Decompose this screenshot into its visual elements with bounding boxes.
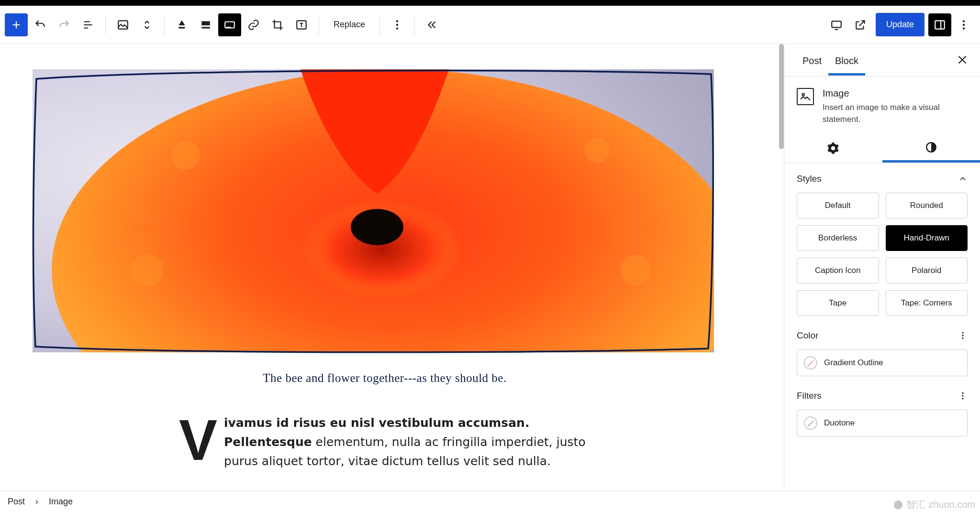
- add-block-button[interactable]: [5, 13, 28, 36]
- style-option-tape[interactable]: Tape: [797, 290, 879, 316]
- align-button[interactable]: [170, 13, 193, 36]
- watermark-domain: zhuon.com: [928, 499, 975, 510]
- list-view-icon: [82, 19, 94, 31]
- close-icon: [956, 54, 969, 66]
- style-option-rounded[interactable]: Rounded: [886, 193, 968, 218]
- svg-point-11: [396, 27, 398, 29]
- chevrons-left-icon: [426, 19, 438, 31]
- style-option-tape-corners[interactable]: Tape: Corners: [886, 290, 968, 316]
- crop-icon: [271, 19, 284, 31]
- update-button[interactable]: Update: [876, 13, 924, 36]
- kebab-icon: [391, 19, 403, 31]
- sidebar-toggle-button[interactable]: [928, 13, 951, 36]
- kebab-icon[interactable]: [958, 331, 968, 340]
- aspect-ratio-button[interactable]: [218, 13, 241, 36]
- image-caption[interactable]: The bee and flower together---as they sh…: [29, 371, 741, 385]
- plus-icon: [10, 19, 22, 31]
- settings-sidebar: Post Block Image Insert an image to make…: [784, 44, 980, 491]
- align-caption-icon: [176, 19, 188, 31]
- window-black-bar: [0, 0, 980, 6]
- kebab-icon: [958, 19, 970, 31]
- gradient-outline-label: Gradient Outline: [824, 358, 883, 368]
- separator: [414, 15, 415, 34]
- svg-point-15: [963, 23, 965, 25]
- link-icon: [247, 19, 260, 31]
- svg-rect-3: [201, 27, 210, 28]
- caption-position-button[interactable]: [194, 13, 217, 36]
- svg-point-9: [396, 20, 398, 22]
- svg-rect-12: [832, 21, 841, 27]
- replace-label: Replace: [334, 20, 365, 30]
- svg-point-7: [230, 27, 230, 27]
- separator: [319, 15, 319, 34]
- panel-icon: [934, 19, 946, 31]
- svg-point-31: [962, 398, 963, 399]
- redo-button[interactable]: [53, 13, 76, 36]
- update-label: Update: [886, 20, 914, 29]
- caption-below-icon: [200, 19, 212, 31]
- redo-icon: [58, 19, 70, 31]
- view-desktop-button[interactable]: [825, 13, 848, 36]
- image-icon: [799, 90, 812, 103]
- duotone-label: Duotone: [824, 418, 855, 428]
- styles-heading: Styles: [797, 174, 822, 184]
- settings-subtab[interactable]: [784, 134, 882, 163]
- svg-point-27: [962, 335, 963, 337]
- gradient-outline-row[interactable]: Gradient Outline: [797, 349, 968, 376]
- chevrons-updown-icon: [141, 19, 153, 31]
- kebab-icon[interactable]: [958, 391, 968, 401]
- text-overlay-button[interactable]: [290, 13, 313, 36]
- svg-point-24: [802, 94, 804, 96]
- style-option-hand-drawn[interactable]: Hand-Drawn: [886, 225, 968, 251]
- separator: [164, 15, 165, 34]
- breadcrumb: Post Image 智汇 zhuon.com: [0, 491, 980, 512]
- collapse-toolbar-button[interactable]: [421, 13, 444, 36]
- filters-panel: Filters Duotone: [784, 380, 980, 440]
- paragraph-block[interactable]: V ivamus id risus eu nisl vestibulum acc…: [179, 414, 590, 471]
- styles-panel: Styles DefaultRoundedBorderlessHand-Draw…: [784, 163, 980, 320]
- link-button[interactable]: [242, 13, 265, 36]
- svg-point-28: [962, 338, 963, 339]
- editor-canvas[interactable]: The bee and flower together---as they sh…: [0, 44, 784, 491]
- replace-button[interactable]: Replace: [325, 13, 374, 36]
- document-overview-button[interactable]: [77, 13, 100, 36]
- svg-point-6: [228, 27, 229, 27]
- svg-rect-13: [935, 21, 945, 29]
- image-block-type-button[interactable]: [111, 13, 134, 36]
- tab-post[interactable]: Post: [796, 47, 828, 75]
- close-sidebar-button[interactable]: [948, 46, 976, 76]
- scrollbar[interactable]: [779, 44, 784, 149]
- breadcrumb-leaf[interactable]: Image: [49, 497, 73, 507]
- text-on-image-icon: [295, 19, 308, 31]
- gear-icon: [827, 142, 839, 154]
- image-block-hand-drawn[interactable]: [29, 65, 718, 356]
- undo-button[interactable]: [29, 13, 52, 36]
- color-heading: Color: [797, 330, 818, 341]
- aspect-icon: [223, 19, 236, 31]
- separator: [105, 15, 106, 34]
- style-option-borderless[interactable]: Borderless: [797, 225, 879, 251]
- svg-rect-2: [201, 21, 210, 25]
- color-swatch-empty: [804, 416, 817, 430]
- style-option-polaroid[interactable]: Polaroid: [886, 258, 968, 283]
- more-options-button[interactable]: [386, 13, 409, 36]
- color-swatch-empty: [804, 356, 817, 370]
- hand-drawn-border: [29, 65, 718, 356]
- breadcrumb-root[interactable]: Post: [8, 497, 25, 507]
- crop-button[interactable]: [266, 13, 289, 36]
- svg-point-30: [962, 395, 963, 397]
- separator: [379, 15, 380, 34]
- move-block-button[interactable]: [135, 13, 158, 36]
- svg-point-10: [396, 23, 398, 25]
- style-option-default[interactable]: Default: [797, 193, 879, 218]
- style-option-caption-icon[interactable]: Caption Icon: [797, 258, 879, 283]
- block-hint: Insert an image to make a visual stateme…: [823, 102, 968, 125]
- styles-subtab[interactable]: [882, 134, 980, 163]
- open-external-button[interactable]: [849, 13, 872, 36]
- duotone-row[interactable]: Duotone: [797, 410, 968, 436]
- tab-block[interactable]: Block: [828, 47, 865, 75]
- svg-point-26: [962, 332, 963, 334]
- drop-cap: V: [179, 414, 224, 463]
- chevron-up-icon[interactable]: [958, 174, 968, 184]
- editor-options-button[interactable]: [952, 13, 975, 36]
